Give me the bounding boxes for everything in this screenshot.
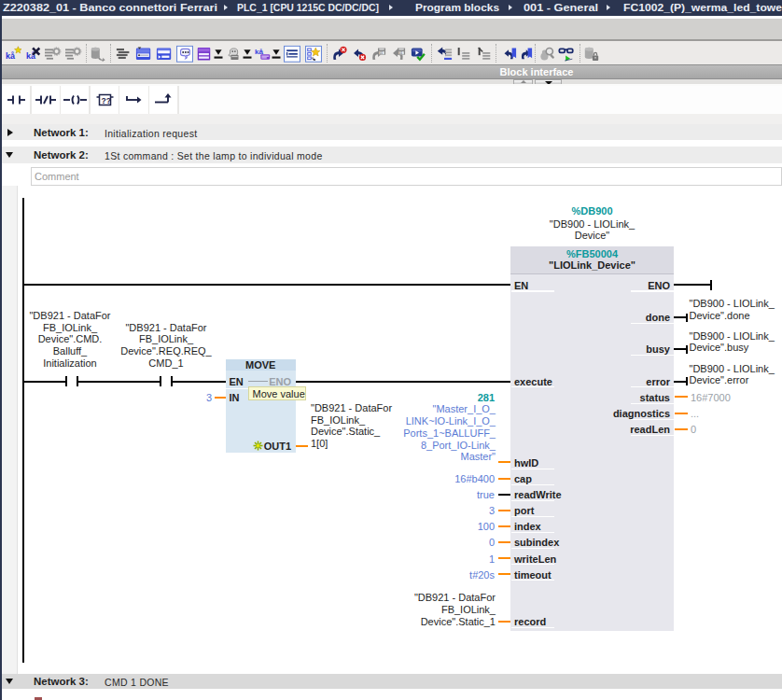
svg-text:kå: kå: [6, 51, 16, 61]
svg-text:kå: kå: [255, 47, 263, 55]
svg-text:01: 01: [399, 50, 403, 54]
svg-text:01: 01: [380, 50, 384, 54]
svg-text:??: ??: [101, 96, 110, 105]
